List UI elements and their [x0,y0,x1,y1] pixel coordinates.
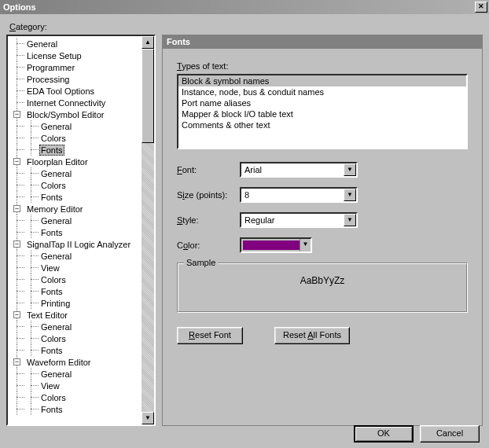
types-item[interactable]: Block & symbol names [178,75,466,86]
tree-item-general[interactable]: General [11,167,142,179]
tree-item-fonts[interactable]: Fonts [11,403,142,415]
tree-item-floorplan-editor[interactable]: −Floorplan Editor [11,156,142,167]
tree-item-colors[interactable]: Colors [11,332,142,344]
types-item[interactable]: Port name aliases [178,97,466,108]
scroll-track[interactable] [142,49,154,412]
collapse-icon[interactable]: − [13,111,20,118]
tree-item-memory-editor[interactable]: −Memory Editor [11,203,142,215]
tree-item-label: Fonts [39,193,64,202]
scroll-thumb[interactable] [142,49,154,143]
close-icon[interactable]: ✕ [475,2,487,13]
tree-item-fonts[interactable]: Fonts [11,144,142,156]
tree-item-label: Colors [39,275,68,285]
types-listbox[interactable]: Block & symbol namesInstance, node, bus … [177,74,468,149]
tree-item-label: Programmer [25,63,76,72]
font-label: Font: [177,165,240,174]
tree-item-view[interactable]: View [11,262,142,274]
tree-item-general[interactable]: General [11,321,142,332]
types-item[interactable]: Comments & other text [178,119,466,130]
category-label: Category: [9,22,47,31]
style-label: Style: [177,215,240,225]
collapse-icon[interactable]: − [13,241,20,248]
collapse-icon[interactable]: − [13,158,20,165]
font-value: Arial [241,165,265,174]
tree-item-label: Fonts [39,346,64,355]
sample-text: AaBbYyZz [178,264,466,286]
tree-item-internet-connectivity[interactable]: Internet Connectivity [11,97,142,108]
tree-item-fonts[interactable]: Fonts [11,191,142,203]
panel-title: Fonts [162,35,483,49]
tree-item-label: View [39,263,61,273]
tree-item-fonts[interactable]: Fonts [11,226,142,238]
tree-item-label: License Setup [25,51,83,61]
color-combo[interactable]: ▼ [240,237,312,253]
collapse-icon[interactable]: − [13,205,20,212]
style-value: Regular [241,215,278,225]
tree-item-eda-tool-options[interactable]: EDA Tool Options [11,85,142,97]
font-combo[interactable]: Arial ▼ [240,162,358,178]
tree-item-label: Floorplan Editor [25,157,90,167]
collapse-icon[interactable]: − [13,358,20,365]
reset-font-button[interactable]: Reset Font [177,327,243,344]
tree-item-waveform-editor[interactable]: −Waveform Editor [11,356,142,368]
titlebar: Options ✕ [0,0,489,14]
tree-item-label: EDA Tool Options [25,86,96,96]
dialog-content: Category: GeneralLicense SetupProgrammer… [0,14,489,447]
tree-item-view[interactable]: View [11,380,142,391]
tree-item-general[interactable]: General [11,368,142,380]
tree-item-general[interactable]: General [11,215,142,226]
size-label: Size (points): [177,190,240,200]
tree-item-label: Colors [39,334,68,343]
tree-item-label: General [39,322,73,332]
size-combo[interactable]: 8 ▼ [240,187,358,203]
tree-item-label: Processing [25,75,71,84]
tree-item-label: Colors [39,181,68,190]
tree-item-signaltap-ii-logic-analyzer[interactable]: −SignalTap II Logic Analyzer [11,238,142,250]
types-item[interactable]: Mapper & block I/O table text [178,108,466,119]
sample-label: Sample [184,258,218,267]
reset-all-fonts-button[interactable]: Reset All Fonts [274,327,350,344]
tree-item-general[interactable]: General [11,250,142,262]
sample-group: AaBbYyZz Sample [177,263,468,313]
chevron-down-icon[interactable]: ▼ [344,214,356,226]
tree-item-colors[interactable]: Colors [11,132,142,144]
tree-item-block-symbol-editor[interactable]: −Block/Symbol Editor [11,108,142,120]
tree-item-label: Fonts [39,145,64,156]
tree-item-programmer[interactable]: Programmer [11,61,142,73]
tree-item-license-setup[interactable]: License Setup [11,50,142,61]
tree-item-printing[interactable]: Printing [11,297,142,309]
tree-item-label: General [25,39,59,49]
tree-item-colors[interactable]: Colors [11,274,142,285]
tree-item-colors[interactable]: Colors [11,391,142,403]
tree-item-label: General [39,369,73,379]
tree-item-general[interactable]: General [11,38,142,50]
cancel-button[interactable]: Cancel [420,425,480,442]
ok-button[interactable]: OK [354,425,414,442]
chevron-down-icon[interactable]: ▼ [300,239,311,252]
chevron-down-icon[interactable]: ▼ [344,189,356,201]
scroll-down-icon[interactable]: ▼ [142,412,154,424]
tree-item-label: Internet Connectivity [25,98,107,108]
window-title: Options [3,2,36,12]
types-label: Types of text: [177,61,468,71]
tree-item-label: Fonts [39,228,64,237]
types-item[interactable]: Instance, node, bus & conduit names [178,86,466,97]
tree-item-fonts[interactable]: Fonts [11,344,142,356]
tree-item-label: Fonts [39,405,64,414]
collapse-icon[interactable]: − [13,311,20,318]
tree-item-colors[interactable]: Colors [11,179,142,191]
tree-item-label: Block/Symbol Editor [25,110,105,119]
tree-scrollbar[interactable]: ▲ ▼ [142,36,154,424]
category-tree[interactable]: GeneralLicense SetupProgrammerProcessing… [6,35,156,426]
tree-item-text-editor[interactable]: −Text Editor [11,309,142,321]
chevron-down-icon[interactable]: ▼ [344,163,356,176]
tree-item-label: Colors [39,393,68,402]
tree-item-label: Printing [39,299,72,308]
tree-item-label: SignalTap II Logic Analyzer [25,240,132,249]
style-combo[interactable]: Regular ▼ [240,212,358,228]
tree-item-processing[interactable]: Processing [11,73,142,85]
tree-item-general[interactable]: General [11,120,142,132]
fonts-panel: Fonts Types of text: Block & symbol name… [162,35,483,426]
tree-item-fonts[interactable]: Fonts [11,285,142,297]
scroll-up-icon[interactable]: ▲ [142,36,154,49]
